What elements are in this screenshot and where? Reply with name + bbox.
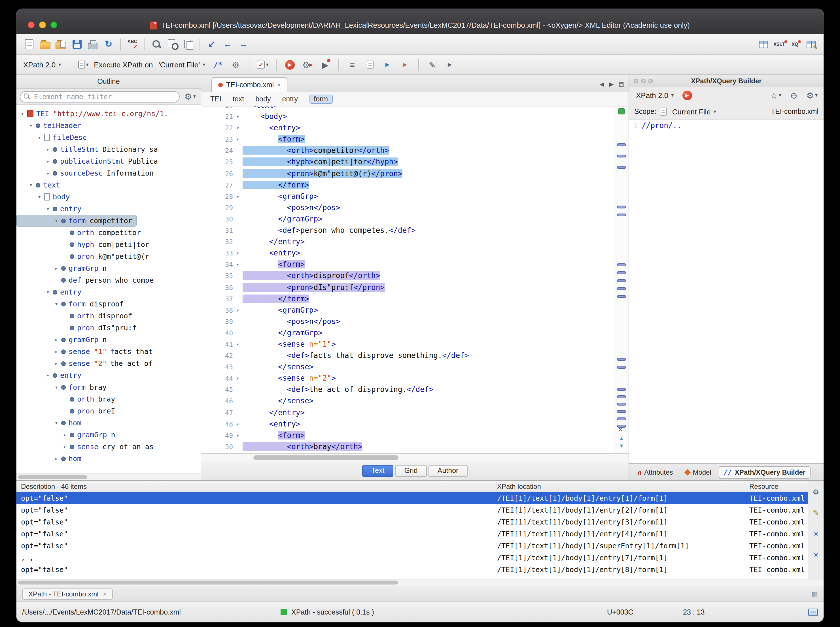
xpath-match-marker[interactable] [617,263,626,266]
next-marker-icon[interactable]: ▼ [619,443,624,449]
back-button[interactable]: ← [221,36,235,52]
collapse-icon[interactable]: ▾ [53,417,60,429]
expand-icon[interactable]: ▸ [44,167,52,179]
highlight-results-button[interactable]: ✎ [809,505,823,520]
results-settings-button[interactable]: ⚙ [809,484,823,499]
collapse-icon[interactable]: ▾ [53,298,60,310]
code-line[interactable]: 40 </gramGrp> [201,328,614,339]
copy-button[interactable] [181,36,195,52]
element-filter-input[interactable] [20,91,180,102]
mode-author-button[interactable]: Author [428,465,467,477]
code-line[interactable]: 31 <def>person who competes.</def> [201,225,614,236]
outline-tree-item[interactable]: ▾entry [16,369,90,381]
save-button[interactable] [70,36,84,52]
code-line[interactable]: 45 <def>the act of disproving.</def> [201,384,614,395]
code-line[interactable]: 50 <orth>bray</orth> [201,441,614,452]
outline-tree-item[interactable]: ▸gramGrpn [16,429,120,441]
outline-tree-item[interactable]: ▾formdisproof [16,298,128,310]
code-line[interactable]: 35 <orth>disproof</orth> [201,271,614,282]
code-line[interactable]: 49▾ <form> [201,430,614,441]
collapse-icon[interactable]: ▾ [36,191,43,203]
fold-toggle-icon[interactable]: ▾ [233,430,243,441]
outline-tree-item[interactable]: ▸hom [16,452,90,465]
code-line[interactable]: 24 <orth>competitor</orth> [201,145,614,157]
builder-execute-button[interactable]: ▶ [680,88,694,103]
code-line[interactable]: 29 <pos>n</pos> [201,202,614,214]
code-line[interactable]: 42 <def>facts that disprove something.</… [201,350,614,361]
xpath-match-marker[interactable] [617,417,626,420]
outline-tree-item[interactable]: ▾teiHeader [16,120,90,131]
fold-toggle-icon[interactable]: ▾ [233,259,243,271]
mode-grid-button[interactable]: Grid [395,465,426,477]
xpath-match-marker[interactable] [617,206,626,208]
expand-icon[interactable]: ▸ [61,429,69,441]
xpath-match-marker[interactable] [617,287,626,290]
outline-tree-item[interactable]: ▸sense"2"the act of [16,358,157,369]
close-tab-icon[interactable]: × [103,591,107,597]
result-row[interactable]: opt="false"/TEI[1]/text[1]/body[1]/entry… [16,516,824,528]
outline-tree-item[interactable]: ▸publicationStmtPublica [16,155,163,167]
code-line[interactable]: 43 </sense> [201,361,614,373]
remove-all-results-button[interactable]: × [809,547,823,562]
xpath-match-marker[interactable] [617,410,626,413]
xpath-expression-button[interactable]: /* [211,57,225,72]
results-tab[interactable]: XPath - TEI-combo.xml × [22,588,113,600]
expand-icon[interactable]: ▸ [53,345,60,358]
outline-tree-item[interactable]: ▾entry [16,286,90,298]
fold-toggle-icon[interactable]: ▾ [233,122,243,134]
xpath-match-marker[interactable] [617,166,626,169]
code-line[interactable]: 22▾ <entry> [201,122,614,134]
outline-tree-item[interactable]: pronbreI [16,405,120,417]
collapse-icon[interactable]: ▾ [27,179,35,191]
xpath-match-marker[interactable] [617,279,626,282]
spell-check-button[interactable]: ABC✓ [125,36,139,52]
quick-fix-button[interactable]: ► [398,57,412,72]
xpath-match-marker[interactable] [617,154,626,158]
mode-text-button[interactable]: Text [363,465,394,477]
results-horizontal-scrollbar[interactable] [16,579,824,586]
next-tab-icon[interactable]: ▶ [609,81,614,87]
result-row[interactable]: opt="false"/TEI[1]/text[1]/body[1]/super… [16,540,824,552]
scope-select[interactable]: Current File ▾ [670,106,718,118]
xpath-match-marker[interactable] [617,425,626,428]
code-line[interactable]: 41▾ <sense n="1"> [201,339,614,350]
validate-button[interactable]: ✓ ▾ [256,57,270,72]
fold-toggle-icon[interactable]: ▾ [233,107,243,111]
previous-marker-icon[interactable]: ▲ [619,436,624,441]
tab-xpath-xquery-builder[interactable]: //XPath/XQuery Builder [719,466,810,478]
find-in-files-button[interactable] [165,36,179,52]
code-line[interactable]: 33▾ <entry> [201,247,614,259]
xpath-settings-button[interactable]: ⚙ [229,57,243,72]
expand-icon[interactable]: ▸ [44,143,52,155]
scrollbar-thumb[interactable] [253,455,398,460]
outline-tree-item[interactable]: prondIs"pru:f [16,322,141,334]
code-line[interactable]: 26 <pron>k@m"petit@(r)</pron> [201,168,614,179]
code-line[interactable]: 48▾ <entry> [201,418,614,430]
code-line[interactable]: 23▾ <form> [201,134,614,145]
find-button[interactable] [149,36,163,52]
grid-view-button[interactable] [756,36,770,52]
xpath-match-marker[interactable] [617,143,626,146]
scrollbar-thumb[interactable] [18,581,398,584]
outline-tree-item[interactable]: ▾entry [16,203,90,215]
fold-toggle-icon[interactable]: ▾ [233,418,243,430]
scrollbar-thumb[interactable] [18,475,87,479]
expand-icon[interactable]: ▸ [61,441,69,452]
open-in-browser-button[interactable] [363,57,377,72]
collapse-icon[interactable]: ▾ [44,286,52,298]
column-description[interactable]: Description - 46 items [21,481,497,492]
collapse-icon[interactable]: ▾ [19,108,26,120]
console-icon[interactable] [808,608,818,616]
editor-tab[interactable]: TEI-combo.xml × [212,77,287,92]
fold-toggle-icon[interactable]: ▾ [233,304,243,316]
editor-horizontal-scrollbar[interactable] [201,453,628,461]
grid-edit-button[interactable]: ✎ [804,36,818,52]
code-line[interactable]: 25 <hyph>com|peti|tor</hyph> [201,157,614,168]
xpath-match-marker[interactable] [617,214,626,216]
outline-tree-item[interactable]: ▸titleStmtDictionary sa [16,143,163,155]
code-line[interactable]: 37 </form> [201,293,614,304]
code-line[interactable]: 46 </sense> [201,395,614,407]
tab-attributes[interactable]: aAttributes [633,465,678,479]
code-area[interactable]: 20▾ <text>21▾ <body>22▾ <entry>23▾ <form… [201,107,628,453]
xpath-scope-select[interactable]: 'Current File' ▾ [156,58,207,71]
